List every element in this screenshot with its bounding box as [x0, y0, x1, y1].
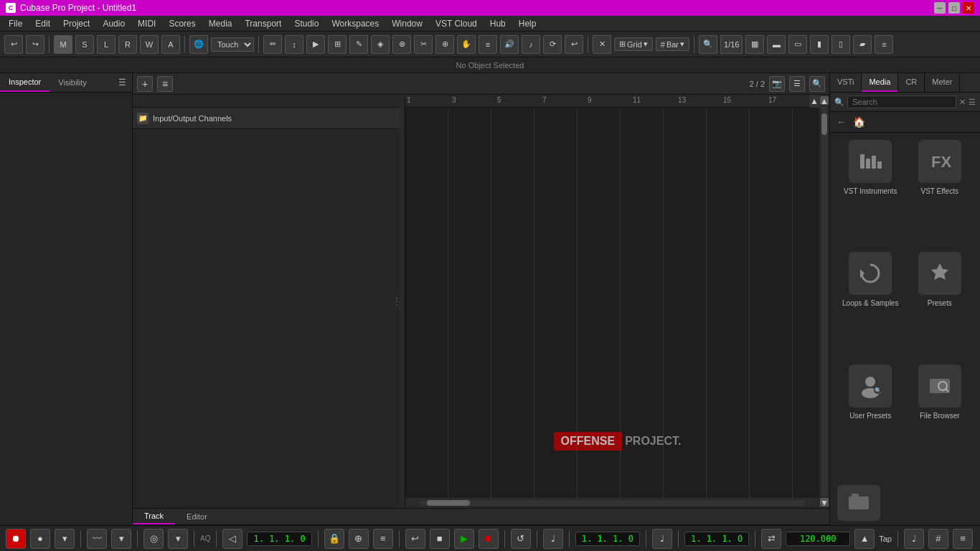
- layout-6-button[interactable]: ≡: [875, 35, 893, 54]
- waveform-mode-button[interactable]: 〰: [87, 529, 107, 549]
- horizontal-scrollbar[interactable]: [405, 498, 819, 508]
- menu-workspaces[interactable]: Workspaces: [326, 17, 385, 30]
- menu-transport[interactable]: Transport: [239, 17, 287, 30]
- menu-vst-cloud[interactable]: VST Cloud: [430, 17, 483, 30]
- tuning-button[interactable]: ≡: [953, 529, 973, 549]
- undo-button[interactable]: ↩: [4, 35, 23, 54]
- vertical-scrollbar[interactable]: ▲ ▼: [819, 95, 829, 508]
- range-button[interactable]: ⊞: [328, 35, 347, 54]
- maximize-button[interactable]: □: [948, 2, 960, 14]
- s-button[interactable]: S: [75, 35, 94, 54]
- comp-button[interactable]: ≡: [479, 35, 497, 54]
- redo-button[interactable]: ↪: [26, 35, 44, 54]
- loop-button[interactable]: ⟳: [543, 35, 562, 54]
- clear-search-icon[interactable]: ✕: [959, 98, 966, 107]
- titlebar-controls[interactable]: ─ □ ✕: [934, 2, 974, 14]
- channel-meter-button[interactable]: ▦: [745, 35, 764, 54]
- layout-4-button[interactable]: ▯: [831, 35, 850, 54]
- time-sig-button[interactable]: ♩: [904, 529, 924, 549]
- layout-3-button[interactable]: ▮: [810, 35, 829, 54]
- mute-button[interactable]: ✋: [457, 35, 476, 54]
- midi-button[interactable]: ♪: [522, 35, 540, 54]
- search-input[interactable]: [847, 95, 956, 108]
- tap-label[interactable]: Tap: [879, 534, 892, 543]
- cut-button[interactable]: ✂: [414, 35, 433, 54]
- waveform-down-button[interactable]: ▾: [111, 529, 131, 549]
- cycle-button[interactable]: ↺: [511, 529, 531, 549]
- menu-edit[interactable]: Edit: [29, 17, 56, 30]
- tab-cr[interactable]: CR: [898, 73, 925, 92]
- record-input-button[interactable]: ⏺: [6, 529, 26, 549]
- menu-window[interactable]: Window: [386, 17, 428, 30]
- lock-button[interactable]: 🔒: [324, 529, 344, 549]
- r-button[interactable]: R: [118, 35, 137, 54]
- menu-studio[interactable]: Studio: [288, 17, 324, 30]
- menu-file[interactable]: File: [3, 17, 28, 30]
- zoom-button[interactable]: 🔍: [699, 35, 717, 54]
- metronome-button[interactable]: ♩: [652, 529, 672, 549]
- panel-collapse-handle[interactable]: ⋮: [399, 95, 405, 508]
- record-button[interactable]: ⏺: [479, 529, 499, 549]
- arrow-button[interactable]: ↕: [285, 35, 303, 54]
- media-item-loops[interactable]: Loops & Samples: [837, 252, 904, 361]
- tab-meter[interactable]: Meter: [925, 73, 960, 92]
- track-search-button[interactable]: 🔍: [809, 76, 825, 92]
- mix-down-button[interactable]: ▾: [168, 529, 188, 549]
- edit-mode-button[interactable]: ✏: [263, 35, 282, 54]
- zoom-in-button[interactable]: ⊕: [435, 35, 454, 54]
- punch-in-button[interactable]: ◁: [222, 529, 242, 549]
- global-mode-button[interactable]: 🌐: [189, 35, 208, 54]
- scroll-arrow-up-icon[interactable]: ▲: [820, 96, 829, 105]
- snap-button[interactable]: ✕: [593, 35, 611, 54]
- a-button[interactable]: A: [161, 35, 180, 54]
- scroll-thumb[interactable]: [821, 113, 827, 135]
- layout-2-button[interactable]: ▭: [788, 35, 807, 54]
- add-track-button[interactable]: +: [137, 76, 153, 92]
- nav-back-button[interactable]: ←: [834, 115, 849, 129]
- menu-media[interactable]: Media: [203, 17, 238, 30]
- menu-project[interactable]: Project: [57, 17, 95, 30]
- tab-inspector[interactable]: Inspector: [0, 73, 50, 92]
- menu-hub[interactable]: Hub: [484, 17, 512, 30]
- sync-button[interactable]: ⇄: [761, 529, 781, 549]
- grid-combo[interactable]: ⊞ Grid ▾: [614, 37, 653, 51]
- m-button[interactable]: M: [54, 35, 72, 54]
- pencil-button[interactable]: ✎: [349, 35, 368, 54]
- list-view-icon[interactable]: ☰: [969, 98, 976, 107]
- nudge-button[interactable]: ♩: [543, 529, 563, 549]
- menu-audio[interactable]: Audio: [97, 17, 131, 30]
- media-item-user-presets[interactable]: 🔍 User Presets: [837, 364, 904, 474]
- scroll-arrow-down-icon[interactable]: ▼: [820, 498, 829, 507]
- extra-icon[interactable]: [837, 485, 880, 521]
- eraser-button[interactable]: ⊗: [392, 35, 411, 54]
- touch-select[interactable]: Touch: [211, 37, 254, 52]
- nav-home-button[interactable]: 🏠: [852, 115, 866, 129]
- tab-visibility[interactable]: Visibility: [50, 74, 95, 91]
- tab-media[interactable]: Media: [862, 73, 898, 92]
- menu-midi[interactable]: MIDI: [132, 17, 161, 30]
- bpm-up-button[interactable]: ▲: [854, 529, 875, 549]
- monitor-down-button[interactable]: ▾: [55, 529, 75, 549]
- media-item-file-browser[interactable]: File Browser: [907, 364, 974, 474]
- track-presets-button[interactable]: ≡: [157, 76, 173, 92]
- minimize-button[interactable]: ─: [934, 2, 946, 14]
- inspector-menu-button[interactable]: ☰: [113, 75, 132, 90]
- audio-button[interactable]: 🔊: [500, 35, 519, 54]
- tab-editor[interactable]: Editor: [175, 509, 219, 524]
- tab-track[interactable]: Track: [133, 509, 175, 524]
- bar-combo[interactable]: # Bar ▾: [656, 37, 689, 51]
- w-button[interactable]: W: [140, 35, 159, 54]
- key-sig-button[interactable]: #: [928, 529, 948, 549]
- play-button[interactable]: ▶: [454, 529, 474, 549]
- rewind-button[interactable]: ↩: [405, 529, 425, 549]
- color-button[interactable]: ◈: [371, 35, 390, 54]
- layout-5-button[interactable]: ▰: [853, 35, 872, 54]
- punch-sync-button[interactable]: ⊕: [349, 529, 369, 549]
- media-item-presets[interactable]: Presets: [907, 252, 974, 361]
- track-snap-button[interactable]: 📷: [769, 76, 785, 92]
- select-button[interactable]: ▶: [306, 35, 325, 54]
- tab-vsti[interactable]: VSTi: [830, 73, 862, 92]
- media-item-vst-instruments[interactable]: VST Instruments: [837, 140, 904, 249]
- mix-mode-button[interactable]: ◎: [143, 529, 164, 549]
- track-list-button[interactable]: ☰: [789, 76, 805, 92]
